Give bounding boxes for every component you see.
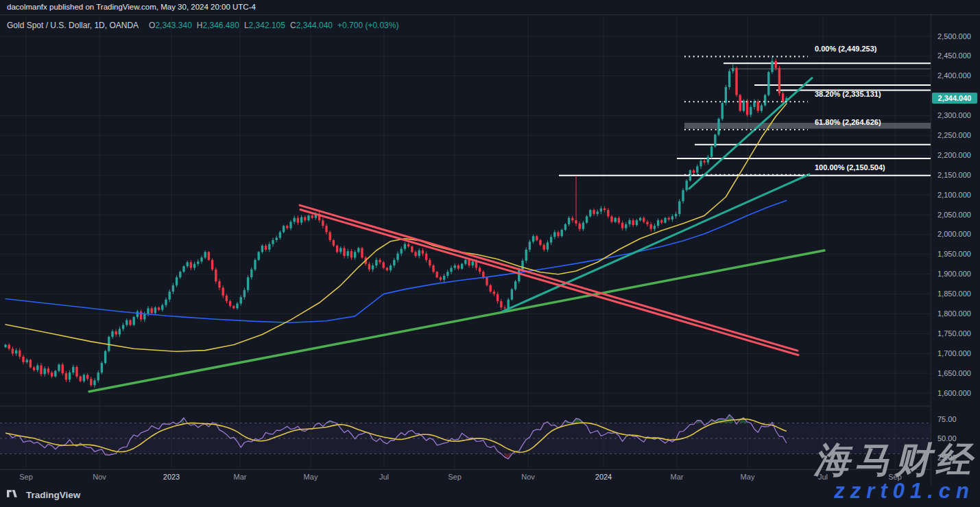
price-axis[interactable]: 2,500.0002,450.0002,400.0002,300.0002,25… xyxy=(931,15,980,484)
fib-label-3820[interactable]: 38.20% (2,335.131) xyxy=(815,90,881,98)
price-axis-label: 2,400.000 xyxy=(937,71,971,80)
time-axis-month-label: Mar xyxy=(234,473,247,481)
ma-yellow-line xyxy=(5,104,787,351)
close-label: C xyxy=(290,21,296,30)
candles-layer xyxy=(4,56,787,388)
fib-label-000[interactable]: 0.00% (2,449.253) xyxy=(815,45,877,53)
low-label: L xyxy=(244,21,249,30)
open-value: 2,343.340 xyxy=(155,21,191,30)
tradingview-logo-icon xyxy=(7,490,22,500)
high-value: 2,346.480 xyxy=(202,21,239,30)
fib-label-6180[interactable]: 61.80% (2,264.626) xyxy=(815,118,881,126)
price-axis-label: 1,950.000 xyxy=(937,250,971,258)
time-axis-month-label: Jul xyxy=(818,473,828,481)
time-axis-year-label: 2024 xyxy=(595,473,612,481)
price-axis-label: 2,200.000 xyxy=(937,151,971,159)
fib-label-10000[interactable]: 100.00% (2,150.504) xyxy=(815,163,885,172)
price-axis-label: 1,650.000 xyxy=(937,369,971,377)
red-channel-lower-trendline[interactable] xyxy=(300,209,798,355)
time-axis-month-label: May xyxy=(304,473,318,481)
price-axis-label: 2,050.000 xyxy=(937,211,971,219)
price-axis-label: 1,800.000 xyxy=(937,309,971,318)
price-axis-label: 1,750.000 xyxy=(937,329,971,338)
price-axis-label: 2,000.000 xyxy=(937,230,971,238)
time-axis-month-label: Nov xyxy=(93,473,106,481)
price-axis-label: 2,450.000 xyxy=(937,51,971,60)
time-axis[interactable]: SepNov2023MarMayJulSepNov2024MarMayJulSe… xyxy=(0,469,931,484)
time-axis-month-label: Sep xyxy=(448,473,462,481)
symbol-legend[interactable]: Gold Spot / U.S. Dollar, 1D, OANDAO2,343… xyxy=(7,21,398,30)
tradingview-brand[interactable]: TradingView xyxy=(7,490,80,500)
fib-band-61-8[interactable] xyxy=(684,123,931,129)
price-axis-label: 1,850.000 xyxy=(937,290,971,298)
brand-name: TradingView xyxy=(26,490,80,500)
time-axis-month-label: Jul xyxy=(379,473,389,481)
low-value: 2,342.105 xyxy=(249,21,285,30)
price-axis-label: 2,150.000 xyxy=(937,171,971,179)
price-axis-label: 2,500.000 xyxy=(937,32,971,40)
tradingview-snapshot: dacolmanfx published on TradingView.com,… xyxy=(0,0,980,507)
footer-bar: TradingView xyxy=(0,484,980,507)
green-support-trendline[interactable] xyxy=(89,250,824,392)
rsi-axis-label: 50.00 xyxy=(937,434,957,443)
change-value: +0.700 (+0.03%) xyxy=(337,21,398,30)
price-axis-label: 2,300.000 xyxy=(937,111,971,119)
close-value: 2,344.040 xyxy=(296,21,333,30)
rsi-axis-label: 25.00 xyxy=(937,453,957,462)
time-axis-month-label: Mar xyxy=(671,473,684,481)
red-channel-upper-trendline[interactable] xyxy=(300,205,798,351)
teal-steep-support-trendline[interactable] xyxy=(689,78,812,189)
current-price-badge: 2,344.040 xyxy=(932,93,977,104)
price-axis-label: 1,900.000 xyxy=(937,270,971,278)
price-axis-label: 1,600.000 xyxy=(937,389,971,397)
time-axis-month-label: Nov xyxy=(521,473,535,481)
rsi-axis-label: 75.00 xyxy=(937,415,957,423)
symbol-title: Gold Spot / U.S. Dollar, 1D, OANDA xyxy=(7,21,139,30)
chart-canvas[interactable] xyxy=(0,0,980,507)
price-axis-label: 2,250.000 xyxy=(937,131,971,139)
price-axis-label: 2,100.000 xyxy=(937,191,971,199)
time-axis-month-label: Sep xyxy=(888,473,902,481)
time-axis-year-label: 2023 xyxy=(163,473,180,481)
price-axis-label: 1,700.000 xyxy=(937,349,971,357)
time-axis-month-label: Sep xyxy=(19,473,33,481)
time-axis-month-label: May xyxy=(741,473,755,481)
